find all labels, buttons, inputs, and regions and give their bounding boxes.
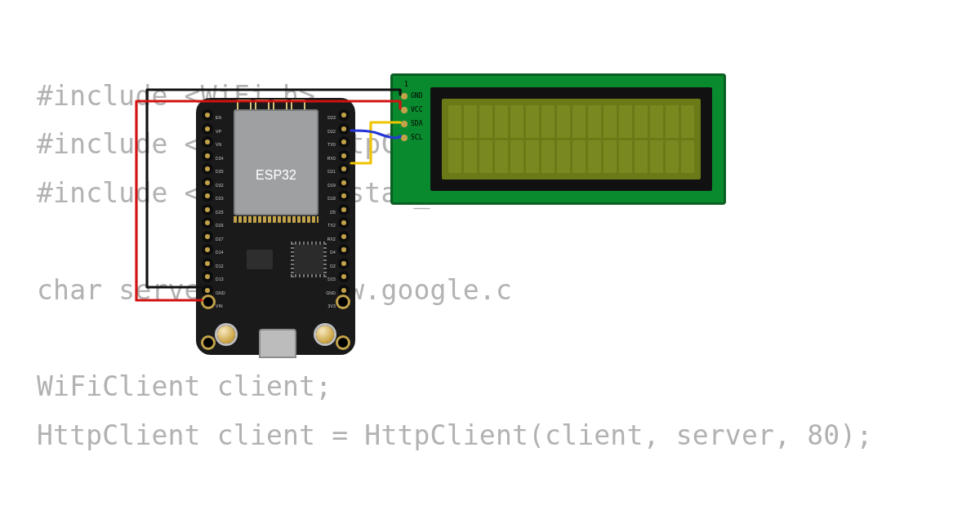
pin-hole[interactable] [338, 190, 350, 202]
pin-hole[interactable] [202, 204, 213, 215]
pin-hole[interactable] [202, 109, 213, 121]
esp32-board[interactable]: ESP32 EN VP VN D34 D35 D32 D33 D25 D26 D… [196, 98, 355, 355]
usb-serial-chip [294, 245, 323, 274]
pin-hole[interactable] [202, 123, 213, 135]
lcd-cells [448, 105, 694, 173]
pin-hole[interactable] [338, 231, 350, 242]
lcd-pin-gnd[interactable]: GND [401, 91, 422, 101]
esp32-shield: ESP32 [234, 109, 318, 215]
pin-hole[interactable] [202, 271, 213, 282]
mount-hole-icon [338, 297, 348, 307]
pin-header-right[interactable] [338, 109, 350, 309]
lcd-pin-sda[interactable]: SDA [401, 118, 422, 129]
pin-hole[interactable] [338, 285, 350, 296]
boot-button[interactable] [316, 326, 334, 343]
pin-hole[interactable] [202, 244, 213, 255]
pin-hole[interactable] [202, 231, 213, 242]
pin-hole[interactable] [202, 150, 213, 162]
antenna-icon [237, 98, 315, 109]
pin-labels-left: EN VP VN D34 D35 D32 D33 D25 D26 D27 D14… [216, 111, 225, 313]
pin-hole[interactable] [202, 177, 213, 188]
pin-hole[interactable] [338, 258, 350, 269]
lcd-module[interactable]: 1 GND VCC SDA SCL [390, 73, 726, 205]
pin-hole[interactable] [202, 163, 213, 175]
chip-label: ESP32 [234, 168, 318, 183]
pin-hole[interactable] [338, 271, 350, 282]
regulator-chip [247, 250, 273, 269]
pin-hole[interactable] [202, 217, 213, 228]
lcd-bezel [430, 87, 712, 191]
micro-usb-port[interactable] [259, 329, 296, 358]
lcd-screen [442, 99, 701, 179]
module-pads [234, 216, 318, 223]
pin-hole[interactable] [202, 190, 213, 202]
pin-hole[interactable] [338, 109, 350, 121]
pin-hole[interactable] [202, 136, 213, 148]
mount-hole-icon [203, 338, 213, 348]
pin1-marker: 1 [404, 81, 408, 88]
pin-hole[interactable] [338, 163, 350, 175]
pin-hole[interactable] [338, 123, 350, 135]
pin-hole[interactable] [202, 258, 213, 269]
pin-hole[interactable] [338, 204, 350, 215]
lcd-pin-vcc[interactable]: VCC [401, 104, 422, 115]
pin-hole[interactable] [338, 177, 350, 188]
pin-header-left[interactable] [202, 109, 213, 309]
mount-hole-icon [203, 297, 213, 307]
lcd-pin-scl[interactable]: SCL [401, 132, 422, 143]
lcd-i2c-pins[interactable]: GND VCC SDA SCL [401, 91, 422, 143]
mount-hole-icon [338, 338, 348, 348]
pin-hole[interactable] [338, 244, 350, 255]
pin-hole[interactable] [338, 136, 350, 148]
pin-hole[interactable] [202, 285, 213, 296]
en-button[interactable] [217, 326, 235, 343]
pin-hole[interactable] [338, 217, 350, 228]
pin-labels-right: D23 D22 TX0 RX0 D21 D19 D18 D5 TX2 RX2 D… [326, 111, 336, 313]
pin-hole[interactable] [338, 150, 350, 162]
